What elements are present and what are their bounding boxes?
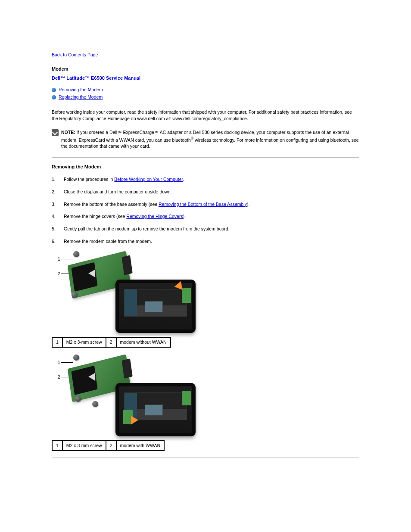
callout-1: 1 — [58, 256, 60, 262]
parts-table-2: 1 M2 x 3-mm screw 2 modem with WWAN — [52, 440, 165, 451]
step-number: 4. — [52, 213, 64, 220]
step-after: ). — [183, 214, 186, 219]
figure-canvas: 1 2 — [52, 250, 198, 334]
bullet-icon — [52, 88, 56, 92]
screw-icon — [92, 401, 98, 407]
modem-slot — [182, 288, 191, 303]
callout-2: 2 — [58, 271, 60, 277]
cell-num: 2 — [106, 441, 116, 451]
section-heading-removing: Removing the Modem — [52, 164, 359, 170]
figure-without-wwan: 1 2 1 M2 x 3-mm screw 2 modem without WW… — [52, 250, 359, 348]
toc-link-removing[interactable]: Removing the Modem — [59, 87, 103, 93]
step-text: Follow the procedures in Before Working … — [64, 176, 184, 183]
step-number: 6. — [52, 238, 64, 245]
page-heading: Modem — [52, 66, 359, 72]
laptop-underside — [115, 383, 196, 436]
step-2: 2. Close the display and turn the comput… — [52, 189, 359, 195]
step-text: Remove the bottom of the base assembly (… — [64, 201, 249, 208]
cell-label: M2 x 3-mm screw — [62, 337, 106, 347]
parts-table-1: 1 M2 x 3-mm screw 2 modem without WWAN — [52, 337, 171, 348]
screw-icon — [73, 355, 79, 361]
step-number: 2. — [52, 189, 64, 195]
step-after: ). — [247, 202, 249, 207]
manual-title: Dell™ Latitude™ E6500 Service Manual — [52, 75, 359, 81]
cell-num: 1 — [52, 337, 62, 347]
divider — [52, 457, 359, 457]
step-number: 3. — [52, 201, 64, 208]
step-1: 1. Follow the procedures in Before Worki… — [52, 176, 359, 183]
step-before: Follow the procedures in — [64, 177, 114, 182]
leader-1 — [61, 259, 73, 259]
step-before: Remove the bottom of the base assembly (… — [64, 202, 159, 207]
figure-with-wwan: 1 2 1 M2 x 3-mm screw 2 modem with WWAN — [52, 354, 359, 451]
cell-label: M2 x 3-mm screw — [62, 441, 106, 451]
note-block: NOTE: If you ordered a Dell™ ExpressChar… — [52, 129, 359, 149]
callout-1: 1 — [58, 360, 60, 366]
bullet-icon — [52, 95, 56, 100]
step-6: 6. Remove the modem cable from the modem… — [52, 238, 359, 245]
link-hinge-covers[interactable]: Removing the Hinge Covers — [126, 214, 183, 219]
step-4: 4. Remove the hinge covers (see Removing… — [52, 213, 359, 220]
step-5: 5. Gently pull the tab on the modem up t… — [52, 226, 359, 232]
note-icon — [52, 129, 59, 136]
note-part3: with a WWAN card, you can use bluetooth — [105, 137, 191, 142]
link-base-assembly[interactable]: Removing the Bottom of the Base Assembly — [159, 202, 247, 207]
step-number: 5. — [52, 226, 64, 232]
step-text: Close the display and turn the computer … — [64, 189, 171, 195]
step-3: 3. Remove the bottom of the base assembl… — [52, 201, 359, 208]
wwan-slot — [182, 391, 191, 405]
note-label: NOTE: — [61, 130, 75, 135]
note-text: NOTE: If you ordered a Dell™ ExpressChar… — [61, 129, 359, 149]
toc-link-replacing[interactable]: Replacing the Modem — [59, 94, 103, 100]
cell-label: modem with WWAN — [116, 441, 165, 451]
cell-num: 2 — [106, 337, 116, 347]
step-text: Gently pull the tab on the modem up to r… — [64, 226, 230, 232]
figure-canvas: 1 2 — [52, 354, 198, 438]
safety-intro: Before working inside your computer, rea… — [52, 109, 359, 121]
cell-label: modem without WWAN — [116, 337, 171, 347]
toc-item: Removing the Modem — [52, 87, 359, 93]
step-text: Remove the modem cable from the modem. — [64, 238, 152, 245]
screw-icon — [75, 396, 81, 402]
note-part2: ExpressCard — [79, 137, 105, 142]
step-text: Remove the hinge covers (see Removing th… — [64, 213, 186, 220]
back-to-contents-link[interactable]: Back to Contents Page — [52, 52, 98, 58]
cell-num: 1 — [52, 441, 62, 451]
divider — [52, 157, 359, 158]
step-before: Remove the hinge covers (see — [64, 214, 126, 219]
leader-1 — [61, 362, 73, 363]
toc-item: Replacing the Modem — [52, 94, 359, 100]
step-number: 1. — [52, 176, 64, 183]
link-before-working[interactable]: Before Working on Your Computer — [114, 177, 183, 182]
screw-icon — [73, 251, 79, 257]
callout-2: 2 — [58, 374, 60, 380]
toc-list: Removing the Modem Replacing the Modem — [52, 87, 359, 100]
step-after: . — [183, 177, 184, 182]
